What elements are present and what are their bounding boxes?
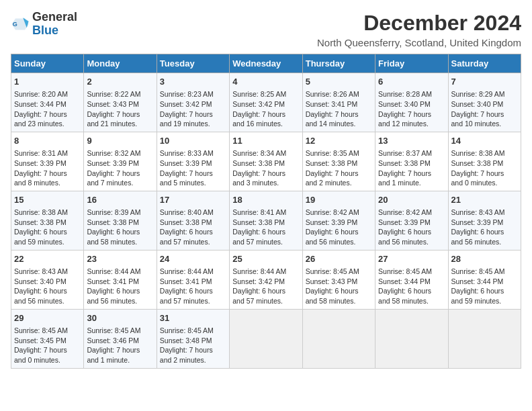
day-cell: 6Sunrise: 8:28 AMSunset: 3:40 PMDaylight… [375, 73, 448, 132]
day-cell: 14Sunrise: 8:38 AMSunset: 3:38 PMDayligh… [448, 132, 521, 191]
day-cell: 3Sunrise: 8:23 AMSunset: 3:42 PMDaylight… [157, 73, 229, 132]
day-cell: 13Sunrise: 8:37 AMSunset: 3:38 PMDayligh… [375, 132, 448, 191]
day-detail: Sunrise: 8:26 AMSunset: 3:41 PMDaylight:… [306, 89, 372, 129]
day-detail: Sunrise: 8:40 AMSunset: 3:38 PMDaylight:… [160, 208, 226, 247]
day-number: 9 [87, 135, 153, 147]
day-cell: 30Sunrise: 8:45 AMSunset: 3:46 PMDayligh… [84, 309, 157, 368]
day-cell: 17Sunrise: 8:40 AMSunset: 3:38 PMDayligh… [157, 191, 229, 250]
day-cell: 31Sunrise: 8:45 AMSunset: 3:48 PMDayligh… [157, 309, 229, 368]
day-detail: Sunrise: 8:35 AMSunset: 3:38 PMDaylight:… [306, 148, 372, 188]
day-cell: 4Sunrise: 8:25 AMSunset: 3:42 PMDaylight… [230, 73, 302, 132]
day-cell: 16Sunrise: 8:39 AMSunset: 3:38 PMDayligh… [84, 191, 157, 250]
day-detail: Sunrise: 8:43 AMSunset: 3:39 PMDaylight:… [451, 208, 518, 247]
day-number: 29 [14, 312, 81, 324]
day-cell: 2Sunrise: 8:22 AMSunset: 3:43 PMDaylight… [84, 73, 157, 132]
day-number: 19 [306, 194, 372, 206]
day-detail: Sunrise: 8:45 AMSunset: 3:44 PMDaylight:… [451, 267, 518, 306]
week-row-2: 8Sunrise: 8:31 AMSunset: 3:39 PMDaylight… [11, 132, 521, 191]
day-cell: 28Sunrise: 8:45 AMSunset: 3:44 PMDayligh… [448, 250, 521, 309]
weekday-header-friday: Friday [375, 54, 448, 73]
day-number: 26 [306, 253, 372, 265]
title-block: December 2024 North Queensferry, Scotlan… [317, 11, 521, 48]
day-detail: Sunrise: 8:25 AMSunset: 3:42 PMDaylight:… [232, 89, 299, 129]
day-detail: Sunrise: 8:28 AMSunset: 3:40 PMDaylight:… [378, 89, 445, 129]
day-number: 20 [378, 194, 445, 206]
day-detail: Sunrise: 8:23 AMSunset: 3:42 PMDaylight:… [160, 89, 226, 129]
day-detail: Sunrise: 8:37 AMSunset: 3:38 PMDaylight:… [378, 148, 445, 188]
weekday-header-row: SundayMondayTuesdayWednesdayThursdayFrid… [11, 54, 521, 73]
page-header: G General Blue December 2024 North Queen… [11, 11, 521, 48]
day-number: 10 [160, 135, 226, 147]
day-cell: 21Sunrise: 8:43 AMSunset: 3:39 PMDayligh… [448, 191, 521, 250]
day-cell: 9Sunrise: 8:32 AMSunset: 3:39 PMDaylight… [84, 132, 157, 191]
day-detail: Sunrise: 8:43 AMSunset: 3:40 PMDaylight:… [14, 267, 81, 306]
day-cell: 27Sunrise: 8:45 AMSunset: 3:44 PMDayligh… [375, 250, 448, 309]
day-cell: 11Sunrise: 8:34 AMSunset: 3:38 PMDayligh… [230, 132, 302, 191]
day-number: 25 [232, 253, 299, 265]
day-detail: Sunrise: 8:45 AMSunset: 3:48 PMDaylight:… [160, 326, 226, 365]
day-cell: 10Sunrise: 8:33 AMSunset: 3:39 PMDayligh… [157, 132, 229, 191]
weekday-header-monday: Monday [84, 54, 157, 73]
week-row-4: 22Sunrise: 8:43 AMSunset: 3:40 PMDayligh… [11, 250, 521, 309]
day-cell [448, 309, 521, 368]
day-detail: Sunrise: 8:45 AMSunset: 3:43 PMDaylight:… [306, 267, 372, 306]
day-cell: 1Sunrise: 8:20 AMSunset: 3:44 PMDaylight… [11, 73, 84, 132]
day-detail: Sunrise: 8:44 AMSunset: 3:41 PMDaylight:… [160, 267, 226, 306]
day-detail: Sunrise: 8:29 AMSunset: 3:40 PMDaylight:… [451, 89, 518, 129]
logo: G General Blue [11, 11, 77, 38]
day-number: 18 [232, 194, 299, 206]
day-number: 21 [451, 194, 518, 206]
svg-text:G: G [13, 21, 17, 28]
day-detail: Sunrise: 8:45 AMSunset: 3:46 PMDaylight:… [87, 326, 153, 365]
day-number: 16 [87, 194, 153, 206]
day-detail: Sunrise: 8:41 AMSunset: 3:38 PMDaylight:… [232, 208, 299, 247]
day-cell: 20Sunrise: 8:42 AMSunset: 3:39 PMDayligh… [375, 191, 448, 250]
day-cell: 25Sunrise: 8:44 AMSunset: 3:42 PMDayligh… [230, 250, 302, 309]
day-cell [230, 309, 302, 368]
day-detail: Sunrise: 8:31 AMSunset: 3:39 PMDaylight:… [14, 148, 81, 188]
day-number: 13 [378, 135, 445, 147]
day-number: 11 [232, 135, 299, 147]
day-detail: Sunrise: 8:20 AMSunset: 3:44 PMDaylight:… [14, 89, 81, 129]
weekday-header-sunday: Sunday [11, 54, 84, 73]
day-detail: Sunrise: 8:42 AMSunset: 3:39 PMDaylight:… [378, 208, 445, 247]
day-number: 6 [378, 76, 445, 88]
day-detail: Sunrise: 8:44 AMSunset: 3:42 PMDaylight:… [232, 267, 299, 306]
day-cell [302, 309, 375, 368]
day-detail: Sunrise: 8:42 AMSunset: 3:39 PMDaylight:… [306, 208, 372, 247]
day-cell: 12Sunrise: 8:35 AMSunset: 3:38 PMDayligh… [302, 132, 375, 191]
day-cell: 22Sunrise: 8:43 AMSunset: 3:40 PMDayligh… [11, 250, 84, 309]
day-number: 2 [87, 76, 153, 88]
day-cell: 7Sunrise: 8:29 AMSunset: 3:40 PMDaylight… [448, 73, 521, 132]
logo-general: General [32, 11, 77, 24]
day-cell: 23Sunrise: 8:44 AMSunset: 3:41 PMDayligh… [84, 250, 157, 309]
weekday-header-saturday: Saturday [448, 54, 521, 73]
day-number: 1 [14, 76, 81, 88]
day-number: 8 [14, 135, 81, 147]
day-number: 12 [306, 135, 372, 147]
day-number: 28 [451, 253, 518, 265]
day-detail: Sunrise: 8:33 AMSunset: 3:39 PMDaylight:… [160, 148, 226, 188]
day-cell: 5Sunrise: 8:26 AMSunset: 3:41 PMDaylight… [302, 73, 375, 132]
day-number: 17 [160, 194, 226, 206]
calendar-title: December 2024 [317, 11, 521, 36]
week-row-1: 1Sunrise: 8:20 AMSunset: 3:44 PMDaylight… [11, 73, 521, 132]
day-number: 24 [160, 253, 226, 265]
day-detail: Sunrise: 8:44 AMSunset: 3:41 PMDaylight:… [87, 267, 153, 306]
day-detail: Sunrise: 8:34 AMSunset: 3:38 PMDaylight:… [232, 148, 299, 188]
day-number: 30 [87, 312, 153, 324]
day-number: 7 [451, 76, 518, 88]
calendar-subtitle: North Queensferry, Scotland, United King… [317, 37, 521, 48]
day-detail: Sunrise: 8:45 AMSunset: 3:44 PMDaylight:… [378, 267, 445, 306]
weekday-header-thursday: Thursday [302, 54, 375, 73]
day-number: 27 [378, 253, 445, 265]
day-number: 31 [160, 312, 226, 324]
day-detail: Sunrise: 8:38 AMSunset: 3:38 PMDaylight:… [14, 208, 81, 247]
day-cell: 24Sunrise: 8:44 AMSunset: 3:41 PMDayligh… [157, 250, 229, 309]
day-detail: Sunrise: 8:45 AMSunset: 3:45 PMDaylight:… [14, 326, 81, 365]
day-number: 22 [14, 253, 81, 265]
day-number: 5 [306, 76, 372, 88]
day-detail: Sunrise: 8:38 AMSunset: 3:38 PMDaylight:… [451, 148, 518, 188]
day-number: 23 [87, 253, 153, 265]
day-cell: 18Sunrise: 8:41 AMSunset: 3:38 PMDayligh… [230, 191, 302, 250]
